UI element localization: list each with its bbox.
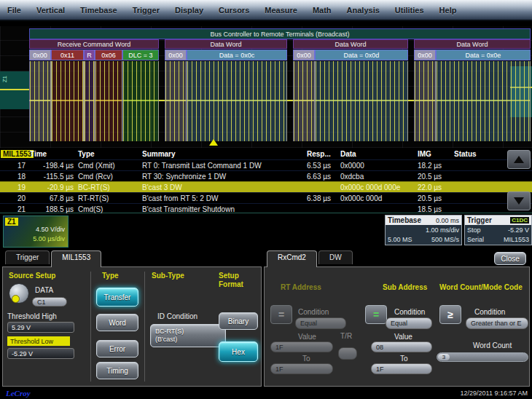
source-setup-title: Source Setup [9,272,55,280]
trigger-title: Trigger [467,216,492,224]
threshold-low-field[interactable]: -5.29 V [7,348,74,359]
equal-icon[interactable]: = [365,305,387,324]
setup-format-title: Setup Format [219,272,259,289]
table-row[interactable]: 2067.8 µsRT-RT(S)B'cast from RT 5: 2 DW6… [0,192,532,203]
cell-idx: 20 [0,194,28,202]
menu-item-cursors[interactable]: Cursors [219,6,249,15]
decode-field-label: R [84,50,95,60]
tab-rxcmd2[interactable]: RxCmd2 [267,250,317,267]
menu-item-measure[interactable]: Measure [265,6,297,15]
decode-field-label: 0x00 [414,50,436,60]
threshold-high-field[interactable]: 5.29 V [7,322,74,333]
sub-to-field[interactable]: 1F [371,363,432,374]
type-word-button[interactable]: Word [96,314,138,331]
cell-summary: RT 0: Transmit Last Command 1 DW [140,162,305,170]
rt-condition-select[interactable]: Equal [295,317,346,329]
waveform-burst [95,61,122,141]
waveform-burst [315,61,408,141]
menu-item-trigger[interactable]: Trigger [133,6,160,15]
rt-to-field[interactable]: 1F [270,363,333,374]
arrow-up-icon [514,156,524,163]
timebase-rate: 500 MS/s [431,236,459,243]
rt-value-label: Value [298,333,316,341]
menu-item-file[interactable]: File [7,6,21,15]
col-status: Status [452,150,503,158]
close-button[interactable]: Close [494,252,526,265]
trigger-descriptor[interactable]: Trigger C1DC Stop -5.29 V Serial MIL1553 [464,215,532,245]
cell-time: -198.4 µs [28,162,76,170]
greater-equal-icon[interactable]: ≥ [439,305,461,324]
sub-value-field[interactable]: 08 [371,341,432,352]
subtype-title: Sub-Type [152,272,184,280]
col-type: Type [76,150,140,158]
decode-field-label: 0x00 [29,50,51,60]
wc-condition-select[interactable]: Greater than or E [466,317,528,329]
trigger-protocol: MIL1553 [504,236,529,243]
table-row[interactable]: 21188.5 µsCmd(S)B'cast Transmitter Shutd… [0,203,532,214]
table-row[interactable]: 18-115.5 µsCmd (Rcv)RT 30: Synchronize 1… [0,170,532,181]
decode-field-label: 0x00 [293,50,315,60]
menu-item-help[interactable]: Help [439,6,457,15]
col-resp: Resp... [305,150,338,158]
waveform-area: Z1 Bus Controller to Remote Terminals (B… [0,26,532,148]
data-label: DATA [35,286,53,294]
cell-data: 0x000c 000d [338,194,415,202]
rt-address-title: RT Address [281,283,321,291]
waveform-burst [414,61,436,141]
menu-item-vertical[interactable]: Vertical [36,6,65,15]
menu-item-math[interactable]: Math [313,6,332,15]
type-transfer-button[interactable]: Transfer [96,288,138,307]
mil1553-setup-panel: Trigger MIL1553 Source Setup DATA C1 Thr… [2,250,262,387]
table-scroll-up-button[interactable] [507,150,531,169]
waveform-burst [84,61,95,141]
type-timing-button[interactable]: Timing [96,362,138,379]
id-condition-button[interactable]: BC-RT(S) (B'cast) [150,324,226,347]
tab-mil1553[interactable]: MIL1553 [51,250,101,267]
menu-item-utilities[interactable]: Utilities [395,6,424,15]
table-row[interactable]: 17-198.4 µsCmd (Xmit)RT 0: Transmit Last… [0,159,532,170]
cell-type: Cmd (Rcv) [76,173,140,181]
format-binary-button[interactable]: Binary [219,312,258,330]
waveform-burst [165,61,187,141]
waveform-burst [51,61,84,141]
trace-vdiv: 4.50 V/div [36,226,65,233]
wc-condition-label: Condition [474,308,505,316]
rt-value-field[interactable]: 1F [270,341,333,352]
slider-handle[interactable]: 3 [438,354,450,360]
decode-word-label: Data Word [165,39,287,49]
menu-item-timebase[interactable]: Timebase [80,6,117,15]
tab-dw[interactable]: DW [318,250,353,264]
equal-icon[interactable]: = [270,305,292,324]
timebase-samples: 5.00 MS [388,236,412,243]
decode-table-header: MIL1553 Time Type Summary Resp... Data I… [0,148,532,159]
waveform-burst [122,61,159,141]
adjust-knob-icon[interactable] [9,283,29,304]
arrow-down-icon [514,197,524,205]
threshold-low-label[interactable]: Threshold Low [7,336,70,346]
word-count-slider[interactable]: 3 [437,352,528,362]
id-condition-label: ID Condition [157,312,197,320]
sub-condition-select[interactable]: Equal [386,317,432,329]
type-error-button[interactable]: Error [96,340,138,357]
waveform-burst [436,61,531,141]
zoom-trace-descriptor[interactable]: Z1 4.50 V/div 5.00 µs/div [3,216,69,248]
sub-to-label: To [400,355,408,363]
col-data: Data [338,150,415,158]
decode-word-label: Receive Command Word [29,39,159,49]
table-scroll-down-button[interactable] [507,191,531,210]
format-hex-button[interactable]: Hex [219,341,258,362]
menu-item-display[interactable]: Display [175,6,203,15]
timebase-scale: 1.00 ms/div [426,226,459,234]
cell-time: 188.5 µs [28,205,76,213]
decode-bus-band: Bus Controller to Remote Terminals (Broa… [29,28,531,39]
source-select[interactable]: C1 [32,297,67,307]
menu-item-analysis[interactable]: Analysis [347,6,380,15]
trace-tdiv: 5.00 µs/div [33,235,65,242]
tab-trigger[interactable]: Trigger [5,250,50,264]
table-row[interactable]: 19-20.9 µsBC-RT(S)B'cast 3 DW0x000c 000d… [0,181,532,192]
tr-button[interactable] [338,347,357,360]
cell-img: 20.5 µs [415,173,452,181]
cell-type: Cmd (Xmit) [76,162,140,170]
timebase-descriptor[interactable]: Timebase 0.00 ms 1.00 ms/div 5.00 MS 500… [385,215,462,245]
sub-value-label: Value [394,333,412,341]
